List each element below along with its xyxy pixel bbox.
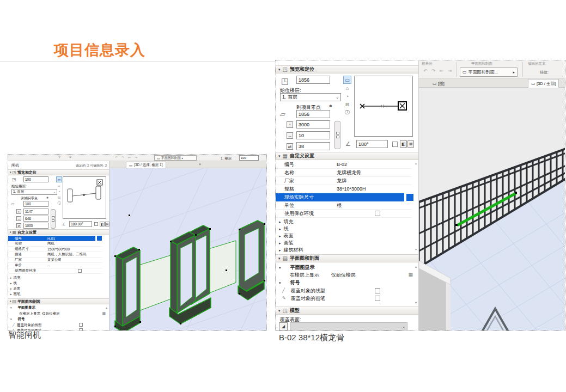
plan-view-icon[interactable]: ▭ xyxy=(56,176,62,182)
group-pen[interactable]: ▸ 画笔 xyxy=(279,240,294,247)
section-view-icon[interactable]: ⊟ xyxy=(56,194,62,200)
section-header-model[interactable]: ▾ ◳ 模型 xyxy=(276,307,418,315)
dim-field-3[interactable]: 1000 xyxy=(23,223,48,229)
angle-field[interactable]: 180° xyxy=(356,140,388,148)
elevation-view-icon[interactable]: ⌂ xyxy=(56,182,62,188)
override-surface-select[interactable]: ⌄ xyxy=(290,322,407,330)
group-surface[interactable]: ▸ 表面 xyxy=(279,232,294,240)
table-row[interactable]: 编号 H-01 xyxy=(8,236,95,241)
scroll-up-icon[interactable]: ▴ xyxy=(415,265,417,268)
toolbar-value-field[interactable]: 100 xyxy=(239,155,259,161)
home-story-select[interactable]: 1. 首层 ⌄ xyxy=(280,93,341,101)
pan-right-icon[interactable]: ⇥ xyxy=(135,156,137,159)
view-selector-dropdown[interactable]: ▭ 平面图和剖面 ▸ xyxy=(154,155,197,161)
redo-icon[interactable]: ↷ xyxy=(431,69,436,74)
table-row[interactable]: 编号 B-02 xyxy=(276,161,412,169)
row-action-box[interactable] xyxy=(406,194,413,201)
info-view-icon[interactable]: ⓘ xyxy=(343,108,351,117)
mirror-checkbox[interactable] xyxy=(94,222,98,226)
table-row[interactable]: 在楼层上显示 仅始位楼层 xyxy=(8,311,106,316)
anchor-label[interactable]: 到项目零点 xyxy=(21,196,38,201)
saved-env-checkbox[interactable] xyxy=(375,211,380,216)
flip-a-button[interactable]: ◧ xyxy=(400,140,407,148)
chain-link-toggle[interactable] xyxy=(51,209,56,229)
table-row[interactable]: ╱ 覆盖对象的线型 xyxy=(276,287,412,295)
table-row[interactable]: 名称 龙牌横龙骨 xyxy=(276,169,412,177)
table-row[interactable]: ✎ 覆盖对象的画笔 xyxy=(276,295,412,302)
pan-right-icon[interactable]: ⇥ xyxy=(448,69,452,74)
group-symbol[interactable]: ▾ 符号 xyxy=(10,317,25,322)
anchor-value-field[interactable]: 1856 xyxy=(296,110,330,118)
table-row[interactable]: 规格尺寸 1500*600*900 xyxy=(8,247,102,252)
redo-icon[interactable]: ↷ xyxy=(121,156,124,159)
left-3d-view[interactable] xyxy=(109,168,266,331)
story-picker-icon[interactable]: ▦ xyxy=(408,272,413,277)
section-header-plan[interactable]: ▾ ▤ 平面图和剖面 xyxy=(276,254,418,262)
override-pen-checkbox[interactable] xyxy=(79,328,83,331)
story-picker-icon[interactable]: ▦ xyxy=(102,311,106,315)
table-row[interactable]: ╱ 覆盖对象的线型 xyxy=(8,322,106,328)
table-row[interactable]: 单位 根 xyxy=(276,201,412,210)
flip-b-button[interactable]: ⊠ xyxy=(407,140,414,148)
group-plan-display[interactable]: ▾ 平面图显示 xyxy=(279,264,315,271)
dialog-close-button[interactable]: × xyxy=(69,155,71,159)
scroll-up-icon[interactable]: ▴ xyxy=(415,162,417,165)
flip-a-button[interactable]: ◧ xyxy=(100,222,105,226)
group-building-material[interactable]: ▸ 建筑材料 xyxy=(279,247,303,254)
3d-view-icon[interactable]: ◔ xyxy=(56,188,62,194)
undo-icon[interactable]: ↶ xyxy=(423,69,428,74)
saved-env-checkbox[interactable] xyxy=(78,269,82,273)
group-surface[interactable]: ▸ 表面 xyxy=(10,286,21,291)
table-row[interactable]: ✎ 覆盖对象的画笔 xyxy=(8,328,106,331)
tab-3d-selection[interactable]: ▭ [3D / 选择, 楼层 1] xyxy=(126,162,166,168)
table-row[interactable]: 在楼层上显示 仅始位楼层 xyxy=(276,271,412,279)
table-row[interactable]: 使用保存环境 xyxy=(276,210,412,218)
pan-left-icon[interactable]: ⇤ xyxy=(440,69,444,74)
elevation-field[interactable]: 1856 xyxy=(296,76,330,84)
plan-view-icon[interactable]: ▭ xyxy=(343,76,351,84)
tab-plan[interactable]: ▭ [图] xyxy=(430,79,447,88)
story-selector[interactable]: 1. 楼层 xyxy=(221,156,232,161)
view-selector-dropdown[interactable]: ▭ 平面图和剖面... ▸ xyxy=(460,68,518,77)
override-linetype-checkbox[interactable] xyxy=(375,288,380,293)
scroll-up-icon[interactable]: ▴ xyxy=(106,306,107,309)
table-row[interactable]: 名称 闸机 xyxy=(8,241,102,247)
undo-icon[interactable]: ↶ xyxy=(115,156,118,159)
override-pen-checkbox[interactable] xyxy=(375,296,380,301)
home-story-select[interactable]: 1. 首层 ⌄ xyxy=(11,189,57,195)
group-fill[interactable]: ▸ 填充 xyxy=(279,218,294,225)
override-linetype-checkbox[interactable] xyxy=(79,323,83,327)
table-row[interactable]: 厂家 龙牌 xyxy=(276,177,412,185)
section-header-custom[interactable]: ▾ ▦ 自定义设置 xyxy=(276,152,418,160)
group-line[interactable]: ▸ 线 xyxy=(279,225,289,232)
section-header-custom[interactable]: ▾ ▦ 自定义设置 xyxy=(8,229,109,235)
tab-3d-all[interactable]: ▭ [3D / 全部] xyxy=(528,79,559,88)
section-header-preview[interactable]: ▾ ◳ 预览和定位 xyxy=(276,65,418,74)
table-row[interactable]: 现场实际尺寸 xyxy=(276,193,404,201)
tab-close-icon[interactable]: × xyxy=(199,162,201,166)
scroll-down-icon[interactable]: ▾ xyxy=(415,301,417,304)
section-header-preview[interactable]: ▾ ◳ 预览和定位 xyxy=(8,169,109,175)
anchor-value-field[interactable]: 100 xyxy=(23,201,48,207)
elevation-view-icon[interactable]: ⌂ xyxy=(343,84,351,92)
elevation-field[interactable]: 100 xyxy=(23,176,48,182)
info-view-icon[interactable]: ⓘ xyxy=(56,200,62,206)
section-header-plan[interactable]: ▾ ▤ 平面图和剖面 xyxy=(8,298,109,304)
chain-link-toggle[interactable] xyxy=(334,121,340,149)
table-row[interactable]: 使用保存环境 xyxy=(8,268,102,274)
group-plan-display[interactable]: ▾ 平面图显示 xyxy=(10,305,35,310)
group-fill[interactable]: ▸ 填充 xyxy=(10,275,21,280)
flip-b-button[interactable]: ⊠ xyxy=(105,222,109,226)
mirror-checkbox[interactable] xyxy=(392,142,398,147)
right-3d-view[interactable] xyxy=(419,88,565,331)
group-pen[interactable]: ▸ 画笔 xyxy=(10,292,21,297)
preview-box[interactable] xyxy=(63,176,106,219)
dialog-help-button[interactable]: ? xyxy=(58,155,60,159)
group-line[interactable]: ▸ 线 xyxy=(10,281,17,286)
pan-left-icon[interactable]: ⇤ xyxy=(128,156,131,159)
table-row[interactable]: 厂家 某某公司 xyxy=(8,258,102,263)
preview-box[interactable] xyxy=(354,76,413,137)
dim-field-2[interactable]: 646 xyxy=(23,216,48,222)
dim-field-1[interactable]: 1147 xyxy=(23,209,48,215)
3d-view-icon[interactable]: ◔ xyxy=(343,92,351,100)
